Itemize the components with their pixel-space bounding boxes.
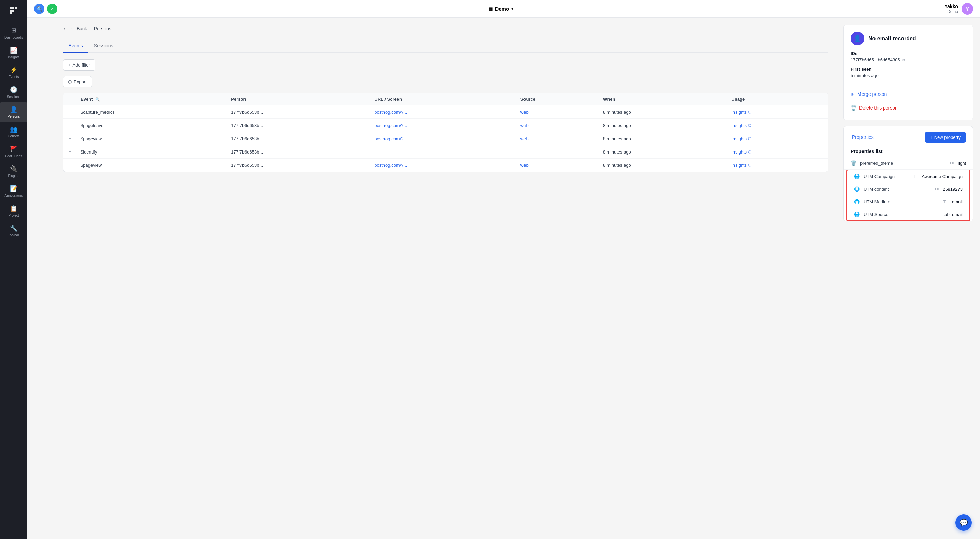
insights-link[interactable]: Insights ⬡	[732, 136, 824, 141]
source-link[interactable]: web	[520, 109, 528, 115]
expand-row-button[interactable]: +	[67, 149, 72, 155]
sidebar-item-plugins[interactable]: 🔌 Plugins	[0, 162, 27, 181]
project-selector[interactable]: ▦ Demo ▾	[488, 6, 513, 12]
prop-icon: 🗑️	[851, 160, 858, 166]
left-panel: ← ← Back to Persons Events Sessions + Ad…	[55, 18, 837, 539]
table-row: +$pageview177f7b6d653b...posthog.com/?..…	[63, 159, 828, 172]
add-filter-label: Add filter	[73, 62, 90, 68]
prop-type-icon: T=	[943, 200, 948, 204]
property-row[interactable]: 🗑️ preferred_theme T= light	[844, 157, 973, 170]
search-button[interactable]: 🔍	[34, 4, 45, 14]
url-link[interactable]: posthog.com/?...	[374, 109, 407, 115]
prop-value: email	[952, 199, 963, 205]
property-row[interactable]: 🌐 UTM content T= 26819273	[847, 183, 969, 195]
sidebar-item-feat-flags[interactable]: 🚩 Feat. Flags	[0, 142, 27, 162]
expand-row-button[interactable]: +	[67, 135, 72, 141]
property-row[interactable]: 🌐 UTM Medium T= email	[847, 195, 969, 208]
tab-events[interactable]: Events	[63, 40, 88, 52]
col-person: Person	[227, 93, 370, 105]
person-cell: 177f7b6d653b...	[227, 132, 370, 145]
insights-link[interactable]: Insights ⬡	[732, 109, 824, 115]
chat-icon: 💬	[959, 518, 968, 527]
sidebar-label-insights: Insights	[8, 55, 19, 59]
sidebar-item-dashboards[interactable]: ⊞ Dashboards	[0, 23, 27, 43]
prop-name: UTM Medium	[864, 199, 941, 205]
expand-row-button[interactable]: +	[67, 122, 72, 128]
search-icon: 🔍	[37, 6, 42, 12]
sidebar-item-cohorts[interactable]: 👥 Cohorts	[0, 122, 27, 142]
tab-sessions[interactable]: Sessions	[88, 40, 119, 52]
status-button[interactable]: ✓	[47, 4, 57, 14]
filter-icon: +	[68, 62, 71, 68]
source-link[interactable]: web	[520, 123, 528, 128]
url-link[interactable]: posthog.com/?...	[374, 123, 407, 128]
copy-id-button[interactable]: ⧉	[902, 58, 905, 62]
event-search-icon[interactable]: 🔍	[95, 97, 100, 101]
feat-flags-icon: 🚩	[10, 145, 18, 153]
source-cell: web	[516, 159, 599, 172]
sidebar-item-annotations[interactable]: 📝 Annotations	[0, 181, 27, 201]
tab-properties[interactable]: Properties	[851, 132, 875, 143]
expand-row-button[interactable]: +	[67, 109, 72, 115]
ids-text: 177f7b6d65...b6d654305	[851, 57, 900, 62]
cohorts-icon: 👥	[10, 125, 18, 133]
url-link[interactable]: posthog.com/?...	[374, 163, 407, 168]
prop-type-icon: T=	[934, 187, 939, 191]
col-url: URL / Screen	[370, 93, 516, 105]
prop-icon: 🌐	[854, 211, 861, 217]
event-cell: $capture_metrics	[76, 105, 227, 119]
table-row: +$pageview177f7b6d653b...posthog.com/?..…	[63, 132, 828, 145]
event-cell: $pageview	[76, 132, 227, 145]
url-cell: posthog.com/?...	[370, 105, 516, 119]
person-cell: 177f7b6d653b...	[227, 145, 370, 159]
export-button[interactable]: ⬡ Export	[63, 76, 92, 87]
table-row: +$capture_metrics177f7b6d653b...posthog.…	[63, 105, 828, 119]
when-cell: 8 minutes ago	[599, 159, 727, 172]
person-avatar: 👤	[851, 32, 864, 45]
plugins-icon: 🔌	[10, 165, 18, 173]
merge-icon: ⊞	[851, 92, 855, 97]
delete-person-button[interactable]: 🗑️ Delete this person	[851, 102, 966, 113]
source-cell	[516, 145, 599, 159]
sidebar-item-toolbar[interactable]: 🔧 Toolbar	[0, 221, 27, 241]
sidebar-item-insights[interactable]: 📈 Insights	[0, 43, 27, 63]
property-row[interactable]: 🌐 UTM Campaign T= Awesome Campaign	[847, 170, 969, 183]
url-cell	[370, 145, 516, 159]
add-filter-button[interactable]: + Add filter	[63, 59, 95, 71]
insights-link[interactable]: Insights ⬡	[732, 123, 824, 128]
export-icon: ⬡	[68, 79, 72, 84]
app-logo	[6, 3, 21, 18]
new-property-button[interactable]: + New property	[925, 132, 966, 143]
sidebar-item-persons[interactable]: 👤 Persons	[0, 102, 27, 122]
sidebar-item-sessions[interactable]: 🕐 Sessions	[0, 82, 27, 102]
merge-person-button[interactable]: ⊞ Merge person	[851, 89, 966, 100]
url-link[interactable]: posthog.com/?...	[374, 136, 407, 141]
back-to-persons-link[interactable]: ← ← Back to Persons	[63, 26, 828, 32]
source-link[interactable]: web	[520, 136, 528, 141]
insights-link[interactable]: Insights ⬡	[732, 149, 824, 155]
when-cell: 8 minutes ago	[599, 145, 727, 159]
chat-button[interactable]: 💬	[955, 514, 972, 531]
source-link[interactable]: web	[520, 163, 528, 168]
merge-label: Merge person	[858, 92, 887, 97]
property-row[interactable]: 🌐 UTM Source T= ab_email	[847, 208, 969, 220]
export-toolbar: ⬡ Export	[63, 76, 828, 87]
sidebar-label-feat-flags: Feat. Flags	[5, 154, 22, 158]
prop-icon: 🌐	[854, 199, 861, 205]
card-actions: ⊞ Merge person 🗑️ Delete this person	[851, 84, 966, 113]
url-cell: posthog.com/?...	[370, 119, 516, 132]
user-avatar[interactable]: Y	[962, 3, 973, 15]
person-cell: 177f7b6d653b...	[227, 159, 370, 172]
insights-link[interactable]: Insights ⬡	[732, 163, 824, 168]
properties-header: Properties + New property	[844, 126, 973, 143]
sidebar-item-project[interactable]: 📋 Project	[0, 201, 27, 221]
person-cell: 177f7b6d653b...	[227, 105, 370, 119]
expand-row-button[interactable]: +	[67, 162, 72, 168]
project-icon-small: ▦	[488, 6, 493, 12]
new-property-label: + New property	[930, 135, 961, 140]
sidebar-label-plugins: Plugins	[8, 174, 19, 178]
col-expand	[63, 93, 76, 105]
sidebar-item-events[interactable]: ⚡ Events	[0, 63, 27, 82]
persons-icon: 👤	[10, 106, 18, 113]
ids-label: IDs	[851, 51, 966, 56]
